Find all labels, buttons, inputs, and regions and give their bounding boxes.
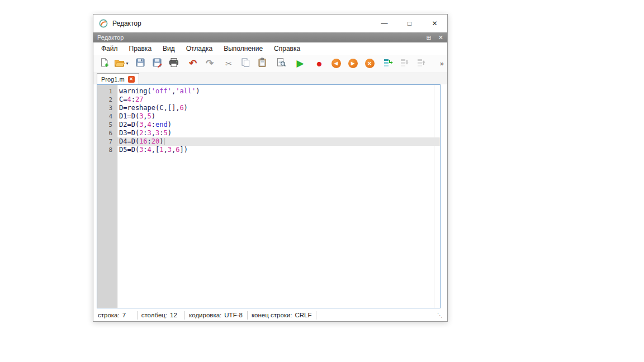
editor-window: Редактор — □ ✕ Редактор ⊞ ✕ Файл Правка … — [93, 14, 448, 322]
print-icon — [168, 58, 179, 69]
minimize-icon: — — [381, 20, 388, 27]
window-controls: — □ ✕ — [372, 15, 447, 32]
save-as-button[interactable] — [149, 56, 165, 71]
next-breakpoint-button[interactable]: ▶ — [344, 56, 361, 71]
resize-grip-icon[interactable]: ⋱ — [437, 312, 443, 318]
menu-debug[interactable]: Отладка — [181, 43, 218, 54]
line-value: 7 — [122, 312, 132, 318]
copy-button[interactable] — [237, 56, 254, 71]
tab-label: Prog1.m — [101, 76, 125, 83]
open-folder-icon — [114, 58, 125, 69]
cut-button[interactable]: ✂ — [220, 56, 237, 71]
open-dropdown-icon: ▾ — [126, 61, 128, 66]
previous-breakpoint-button[interactable]: ◀ — [328, 56, 344, 71]
new-script-button[interactable] — [96, 56, 113, 71]
remove-breakpoints-button[interactable]: ✕ — [361, 56, 378, 71]
os-titlebar: Редактор — □ ✕ — [93, 15, 447, 32]
tabbar: Prog1.m ✕ — [93, 72, 447, 84]
step-in-icon — [400, 58, 411, 69]
line-number[interactable]: 7 — [97, 137, 117, 146]
menu-help[interactable]: Справка — [268, 43, 306, 54]
text-caret — [164, 138, 164, 145]
code-line-3[interactable]: D=reshape(C,[],6) — [117, 104, 440, 112]
menu-run[interactable]: Выполнение — [218, 43, 268, 54]
code-line-4[interactable]: D1=D(3,5) — [117, 112, 440, 121]
statusbar-separator — [184, 311, 185, 320]
paste-icon — [257, 58, 267, 69]
run-icon: ▶ — [296, 59, 304, 68]
code-line-8[interactable]: D5=D(3:4,[1,3,6]) — [117, 146, 440, 154]
encoding-label: кодировка: — [189, 312, 221, 318]
line-label: строка: — [98, 312, 120, 318]
close-icon: ✕ — [432, 20, 437, 27]
statusbar: строка: 7 столбец: 12 кодировка: UTF-8 к… — [93, 308, 447, 322]
menu-edit[interactable]: Правка — [124, 43, 158, 54]
code-line-2[interactable]: C=4:27 — [117, 96, 440, 104]
overflow-icon: » — [440, 59, 444, 68]
remove-breakpoints-icon: ✕ — [365, 59, 375, 68]
code-line-1[interactable]: warning('off','all') — [117, 87, 440, 96]
maximize-button[interactable]: □ — [397, 15, 422, 32]
line-number[interactable]: 3 — [97, 104, 117, 112]
line-number-gutter[interactable]: 12345678 — [97, 85, 117, 308]
octave-logo-icon — [99, 19, 108, 28]
step-in-button[interactable] — [397, 56, 414, 71]
code-lines[interactable]: warning('off','all')C=4:27D=reshape(C,[]… — [117, 85, 440, 308]
next-breakpoint-icon: ▶ — [348, 59, 358, 68]
menu-view[interactable]: Вид — [157, 43, 181, 54]
dock-titlebar: Редактор ⊞ ✕ — [93, 32, 447, 42]
find-icon — [276, 58, 286, 69]
undock-icon: ⊞ — [427, 34, 432, 41]
undock-button[interactable]: ⊞ — [427, 35, 432, 41]
dock-controls: ⊞ ✕ — [427, 35, 443, 41]
previous-breakpoint-icon: ◀ — [332, 59, 341, 68]
save-button[interactable] — [132, 56, 149, 71]
code-line-7[interactable]: D4=D(16:20) — [117, 137, 440, 146]
step-button[interactable] — [380, 56, 397, 71]
code-line-5[interactable]: D2=D(3,4:end) — [117, 121, 440, 129]
statusbar-separator — [316, 311, 316, 320]
eol-value: CRLF — [295, 312, 311, 318]
breakpoint-icon: ● — [316, 58, 322, 69]
menubar: Файл Правка Вид Отладка Выполнение Справ… — [93, 42, 447, 55]
save-as-icon — [152, 58, 162, 69]
toolbar: ▾ — [93, 55, 447, 72]
line-number[interactable]: 8 — [97, 146, 117, 154]
column-label: столбец: — [141, 312, 167, 318]
eol-label: конец строки: — [252, 312, 292, 318]
tab-close-button[interactable]: ✕ — [128, 76, 135, 83]
toggle-breakpoint-button[interactable]: ● — [311, 56, 328, 71]
cut-icon: ✂ — [225, 60, 232, 68]
code-line-6[interactable]: D3=D(2:3,3:5) — [117, 129, 440, 137]
code-editor[interactable]: 12345678 warning('off','all')C=4:27D=res… — [97, 84, 441, 308]
save-icon — [135, 58, 145, 69]
toolbar-overflow-button[interactable]: » — [440, 59, 444, 68]
tab-prog1[interactable]: Prog1.m ✕ — [97, 73, 139, 84]
open-file-button[interactable]: ▾ — [113, 56, 130, 71]
line-number[interactable]: 2 — [97, 96, 117, 104]
step-icon — [383, 58, 394, 69]
line-number[interactable]: 4 — [97, 112, 117, 121]
window-title: Редактор — [112, 20, 141, 27]
step-out-icon — [416, 58, 428, 69]
close-button[interactable]: ✕ — [422, 15, 447, 32]
statusbar-separator — [137, 311, 138, 320]
line-number[interactable]: 6 — [97, 129, 117, 137]
redo-icon: ↷ — [206, 59, 214, 68]
encoding-value: UTF-8 — [224, 312, 243, 318]
run-button[interactable]: ▶ — [292, 56, 309, 71]
line-number[interactable]: 5 — [97, 121, 117, 129]
redo-button[interactable]: ↷ — [201, 56, 218, 71]
step-out-button[interactable] — [414, 56, 430, 71]
dock-close-button[interactable]: ✕ — [438, 35, 443, 41]
minimize-button[interactable]: — — [372, 15, 397, 32]
undo-icon: ↶ — [189, 59, 197, 68]
maximize-icon: □ — [408, 20, 411, 27]
undo-button[interactable]: ↶ — [184, 56, 201, 71]
menu-file[interactable]: Файл — [96, 43, 124, 54]
find-replace-button[interactable] — [273, 56, 290, 71]
line-number[interactable]: 1 — [97, 87, 117, 96]
statusbar-separator — [247, 311, 248, 320]
print-button[interactable] — [165, 56, 182, 71]
paste-button[interactable] — [254, 56, 271, 71]
